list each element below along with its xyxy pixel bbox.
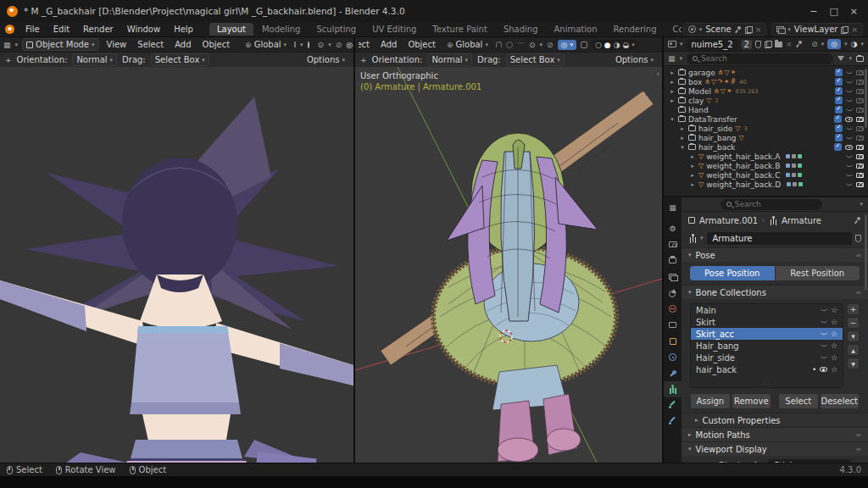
- select-button[interactable]: Select: [778, 393, 819, 409]
- workspace-tab-modeling[interactable]: Modeling: [254, 23, 309, 36]
- hide-icon[interactable]: [846, 108, 853, 111]
- gizmo-toggle-icon[interactable]: ⊘: [336, 41, 342, 49]
- mode-selector[interactable]: Object Mode ▾: [22, 38, 99, 51]
- proportional-editing-icon[interactable]: [308, 42, 309, 48]
- outliner-row-clay[interactable]: ▸ clay ▽ 2: [664, 96, 868, 105]
- orientation-dropdown[interactable]: Normal ▾: [72, 53, 117, 66]
- pin-icon[interactable]: [796, 41, 803, 47]
- shading-material-icon[interactable]: ◑: [614, 41, 620, 49]
- breadcrumb-object[interactable]: Armature.001: [699, 216, 758, 225]
- outliner-row-model[interactable]: ▸ Model ⋔▽✶ 835 263: [664, 86, 868, 96]
- hide-icon[interactable]: [846, 154, 853, 158]
- properties-search[interactable]: [721, 199, 822, 210]
- checkbox-icon[interactable]: [834, 143, 842, 151]
- render-visibility-icon[interactable]: [856, 126, 864, 131]
- tab-object[interactable]: [664, 333, 682, 349]
- hide-icon[interactable]: [846, 80, 853, 83]
- disclosure-triangle[interactable]: ▸: [689, 172, 696, 179]
- scene-selector[interactable]: ▾ Scene ×: [683, 23, 767, 36]
- fake-user-icon[interactable]: [755, 41, 761, 48]
- menu-add[interactable]: Add: [171, 39, 194, 50]
- chevron-down-icon[interactable]: ▾: [700, 235, 704, 241]
- pivot-point-icon[interactable]: ⊙: [318, 41, 325, 49]
- drag-grip-icon[interactable]: ≡: [855, 446, 861, 453]
- falloff-curve-icon[interactable]: [517, 42, 525, 47]
- workspace-tab-uv-editing[interactable]: UV Editing: [364, 23, 424, 36]
- solo-star-icon[interactable]: ☆: [831, 366, 837, 373]
- sidebar-toggle-icon[interactable]: ‹: [656, 69, 659, 78]
- render-visibility-icon[interactable]: [856, 173, 864, 178]
- snap-magnet-icon[interactable]: [496, 42, 502, 47]
- checkbox-icon[interactable]: [835, 69, 843, 76]
- menu-view[interactable]: View: [103, 39, 131, 50]
- viewport-display-panel-header[interactable]: ▾ Viewport Display ≡: [682, 441, 868, 456]
- menu-render[interactable]: Render: [77, 24, 120, 35]
- render-visibility-icon[interactable]: [856, 154, 864, 159]
- shading-rendered-icon[interactable]: ◒: [622, 41, 629, 49]
- bone-collection-hair-side[interactable]: Hair_side ☆: [691, 352, 843, 363]
- display-channels-icon[interactable]: ◑: [851, 40, 858, 48]
- disclosure-triangle[interactable]: ▸: [689, 163, 696, 169]
- hide-icon[interactable]: [846, 136, 853, 139]
- checkbox-icon[interactable]: [834, 115, 842, 123]
- render-visibility-icon[interactable]: [856, 145, 864, 150]
- blender-menu-icon[interactable]: [5, 25, 14, 34]
- options-dropdown[interactable]: Options ▾: [303, 54, 348, 65]
- viewport-left-canvas[interactable]: [0, 67, 353, 463]
- editor-type-icon[interactable]: ▦: [3, 41, 11, 49]
- tab-collection[interactable]: [664, 317, 682, 333]
- disclosure-triangle[interactable]: ▸: [689, 153, 696, 160]
- chevron-down-icon[interactable]: ▾: [632, 42, 635, 48]
- pin-icon[interactable]: [854, 217, 861, 224]
- datablock-name-field[interactable]: Armature: [707, 232, 852, 245]
- viewlayer-selector[interactable]: ▾ ViewLayer ×: [771, 23, 863, 36]
- hide-icon[interactable]: [846, 182, 853, 186]
- chevron-down-icon[interactable]: ▾: [860, 201, 863, 208]
- eye-icon[interactable]: [845, 145, 853, 150]
- custom-properties-panel-header[interactable]: ▸ Custom Properties: [682, 413, 868, 427]
- menu-file[interactable]: File: [19, 24, 46, 35]
- drag-dropdown[interactable]: Select Box ▾: [506, 53, 565, 66]
- xray-toggle-icon[interactable]: [581, 42, 587, 48]
- bone-collection-hair-back[interactable]: hair_back •☆: [691, 363, 843, 375]
- new-collection-icon[interactable]: [856, 56, 864, 62]
- tab-tool[interactable]: ⚙: [664, 220, 682, 236]
- bone-collection-skirt-acc[interactable]: Skirt_acc ☆: [691, 328, 843, 340]
- snap-dropdown-icon[interactable]: ▾: [300, 42, 303, 48]
- snap-magnet-icon[interactable]: [294, 42, 296, 47]
- add-collection-button[interactable]: +: [847, 303, 860, 315]
- gizmo-toggle-icon[interactable]: ⊘: [811, 40, 818, 48]
- render-visibility-icon[interactable]: [856, 89, 864, 94]
- bone-collections-panel-header[interactable]: ▾ Bone Collections ≡: [682, 285, 868, 299]
- pose-panel-header[interactable]: ▾ Pose ≡: [682, 247, 868, 262]
- remove-button[interactable]: Remove: [732, 393, 772, 409]
- visibility-icon[interactable]: [821, 331, 827, 335]
- assign-button[interactable]: Assign: [690, 393, 731, 409]
- checkbox-icon[interactable]: [835, 125, 843, 132]
- options-dropdown[interactable]: Options ▾: [612, 54, 657, 65]
- disclosure-triangle[interactable]: ▾: [679, 144, 686, 151]
- display-as-dropdown[interactable]: Stick ▾: [768, 459, 851, 463]
- menu-edit[interactable]: Edit: [47, 24, 75, 35]
- drag-dropdown[interactable]: Select Box ▾: [151, 53, 209, 66]
- remove-collection-button[interactable]: −: [847, 317, 860, 329]
- tab-constraints[interactable]: [664, 365, 682, 381]
- outliner-row-box[interactable]: ▸ box ⋔▽↷✶# 40: [664, 77, 868, 86]
- checkbox-icon[interactable]: [835, 87, 843, 95]
- new-scene-icon[interactable]: [745, 26, 752, 33]
- close-button[interactable]: ×: [850, 6, 858, 17]
- unlink-image-icon[interactable]: ×: [786, 40, 793, 48]
- tab-physics[interactable]: [664, 349, 682, 365]
- render-visibility-icon[interactable]: [856, 164, 864, 169]
- render-visibility-icon[interactable]: [856, 70, 864, 75]
- orientation-dropdown[interactable]: Normal ▾: [427, 53, 472, 66]
- pin-icon[interactable]: [735, 26, 742, 33]
- fake-user-icon[interactable]: [855, 235, 861, 242]
- tab-object-data[interactable]: [664, 381, 682, 397]
- disclosure-triangle[interactable]: ▸: [669, 79, 676, 86]
- new-image-icon[interactable]: [765, 41, 771, 47]
- solo-star-icon[interactable]: ☆: [831, 330, 837, 337]
- menu-select[interactable]: Select: [359, 39, 373, 50]
- filter-icon[interactable]: [837, 56, 844, 61]
- properties-scrollbar[interactable]: [865, 214, 867, 291]
